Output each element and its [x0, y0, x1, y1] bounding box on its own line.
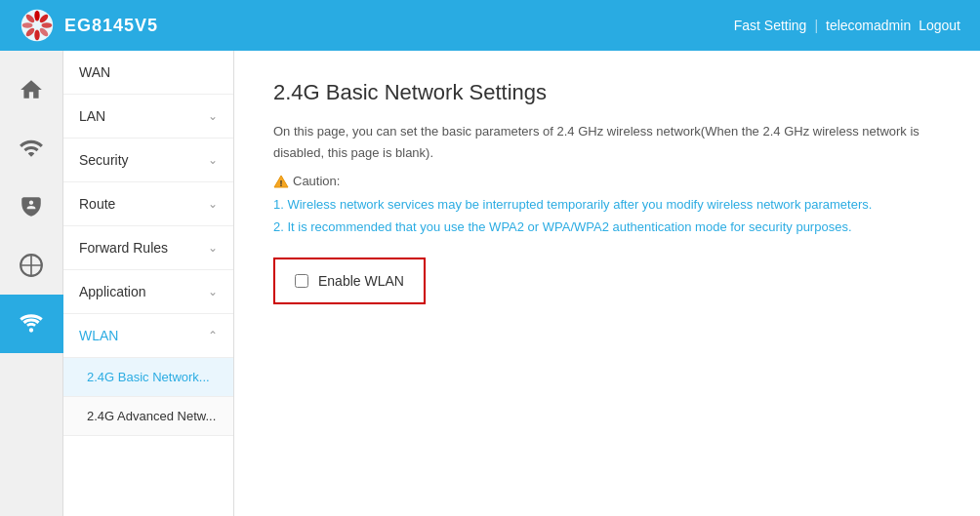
enable-wlan-label: Enable WLAN — [318, 273, 404, 289]
caution-line-2: 2. It is recommended that you use the WP… — [273, 216, 941, 238]
enable-wlan-container[interactable]: Enable WLAN — [273, 258, 426, 304]
menu-item-security[interactable]: Security ⌄ — [63, 139, 233, 182]
sidebar-icon-wlan[interactable] — [0, 295, 63, 353]
sidebar-icon-home[interactable] — [0, 60, 63, 119]
menu-item-application[interactable]: Application ⌄ — [63, 270, 233, 314]
chevron-down-icon: ⌄ — [208, 197, 218, 211]
huawei-logo-icon — [20, 8, 55, 43]
header: EG8145V5 Fast Setting | telecomadmin Log… — [0, 0, 980, 51]
security-icon — [19, 194, 44, 219]
main-layout: WAN LAN ⌄ Security ⌄ Route ⌄ Forward Rul… — [0, 51, 980, 516]
submenu-item-2g-advanced[interactable]: 2.4G Advanced Netw... — [63, 397, 233, 436]
caution-line-1: 1. Wireless network services may be inte… — [273, 193, 941, 216]
svg-point-1 — [34, 11, 39, 21]
chevron-down-icon: ⌄ — [208, 109, 218, 123]
fast-setting-link[interactable]: Fast Setting — [734, 18, 807, 33]
svg-point-7 — [22, 22, 33, 27]
wlan-icon — [19, 311, 44, 337]
sidebar-icons — [0, 51, 63, 516]
menu-item-route[interactable]: Route ⌄ — [63, 182, 233, 226]
logout-link[interactable]: Logout — [919, 18, 960, 33]
caution-title: ! Caution: — [273, 170, 941, 192]
menu-item-wlan[interactable]: WLAN ⌃ — [63, 314, 233, 358]
svg-point-5 — [34, 30, 39, 41]
chevron-up-icon: ⌃ — [208, 329, 218, 342]
lan-icon — [19, 136, 44, 161]
sidebar-icon-lan[interactable] — [0, 119, 63, 178]
submenu-item-2g-basic[interactable]: 2.4G Basic Network... — [63, 358, 233, 397]
menu-item-lan[interactable]: LAN ⌄ — [63, 95, 233, 139]
nav-divider: | — [814, 18, 818, 33]
sidebar-icon-security[interactable] — [0, 178, 63, 236]
svg-point-3 — [42, 22, 53, 27]
chevron-down-icon: ⌄ — [208, 241, 218, 255]
menu-item-wan[interactable]: WAN — [63, 51, 233, 95]
home-icon — [19, 77, 44, 102]
content-area: 2.4G Basic Network Settings On this page… — [234, 51, 980, 516]
chevron-down-icon: ⌄ — [208, 153, 218, 167]
svg-text:!: ! — [280, 179, 283, 188]
username-label: telecomadmin — [826, 18, 911, 33]
menu-item-forward-rules[interactable]: Forward Rules ⌄ — [63, 226, 233, 270]
header-navigation: Fast Setting | telecomadmin Logout — [734, 18, 960, 33]
route-icon — [19, 253, 44, 278]
chevron-down-icon: ⌄ — [208, 285, 218, 298]
caution-block: ! Caution: 1. Wireless network services … — [273, 170, 941, 238]
enable-wlan-checkbox[interactable] — [295, 274, 308, 288]
logo-area: EG8145V5 — [20, 8, 158, 43]
brand-name: EG8145V5 — [64, 16, 158, 36]
sidebar-menu: WAN LAN ⌄ Security ⌄ Route ⌄ Forward Rul… — [63, 51, 234, 516]
page-title: 2.4G Basic Network Settings — [273, 80, 941, 105]
warning-icon: ! — [273, 174, 289, 189]
page-description: On this page, you can set the basic para… — [273, 121, 941, 164]
sidebar-icon-route[interactable] — [0, 236, 63, 295]
